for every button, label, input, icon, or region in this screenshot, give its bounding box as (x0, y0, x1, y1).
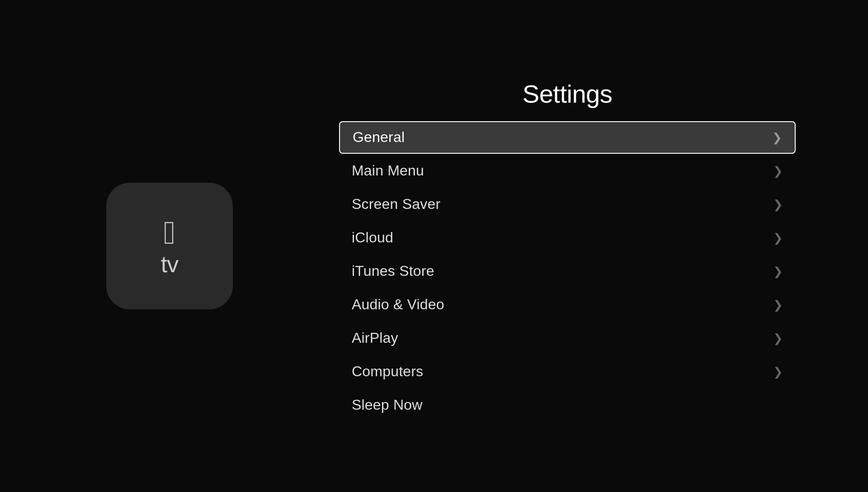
chevron-right-icon: ❯ (773, 366, 783, 378)
left-panel:  tv (0, 0, 339, 492)
menu-item-audio-video[interactable]: Audio & Video❯ (339, 289, 796, 321)
chevron-right-icon: ❯ (773, 332, 783, 344)
chevron-right-icon: ❯ (773, 265, 783, 277)
apple-logo-icon:  (164, 216, 175, 249)
menu-item-sleep-now[interactable]: Sleep Now (339, 389, 796, 421)
menu-item-icloud[interactable]: iCloud❯ (339, 222, 796, 254)
menu-item-label-audio-video: Audio & Video (352, 296, 444, 313)
menu-item-label-computers: Computers (352, 363, 423, 380)
main-container:  tv Settings General❯Main Menu❯Screen S… (0, 0, 868, 492)
chevron-right-icon: ❯ (773, 232, 783, 244)
tv-text-label: tv (161, 252, 178, 276)
menu-item-label-main-menu: Main Menu (352, 162, 424, 179)
settings-menu: General❯Main Menu❯Screen Saver❯iCloud❯iT… (339, 121, 796, 422)
chevron-right-icon: ❯ (772, 132, 782, 143)
right-panel: Settings General❯Main Menu❯Screen Saver❯… (339, 70, 868, 422)
apple-tv-logo:  tv (106, 183, 233, 309)
menu-item-label-general: General (353, 129, 405, 146)
chevron-right-icon: ❯ (773, 299, 783, 311)
menu-item-computers[interactable]: Computers❯ (339, 355, 796, 388)
menu-item-label-screen-saver: Screen Saver (352, 196, 440, 213)
menu-item-label-itunes-store: iTunes Store (352, 263, 434, 279)
page-title: Settings (339, 79, 796, 109)
menu-item-general[interactable]: General❯ (339, 121, 796, 154)
menu-item-main-menu[interactable]: Main Menu❯ (339, 155, 796, 187)
menu-item-label-icloud: iCloud (352, 229, 393, 246)
menu-item-itunes-store[interactable]: iTunes Store❯ (339, 255, 796, 288)
chevron-right-icon: ❯ (773, 165, 783, 177)
menu-item-screen-saver[interactable]: Screen Saver❯ (339, 188, 796, 221)
menu-item-label-airplay: AirPlay (352, 330, 398, 346)
chevron-right-icon: ❯ (773, 199, 783, 210)
menu-item-airplay[interactable]: AirPlay❯ (339, 322, 796, 355)
menu-item-label-sleep-now: Sleep Now (352, 397, 423, 413)
